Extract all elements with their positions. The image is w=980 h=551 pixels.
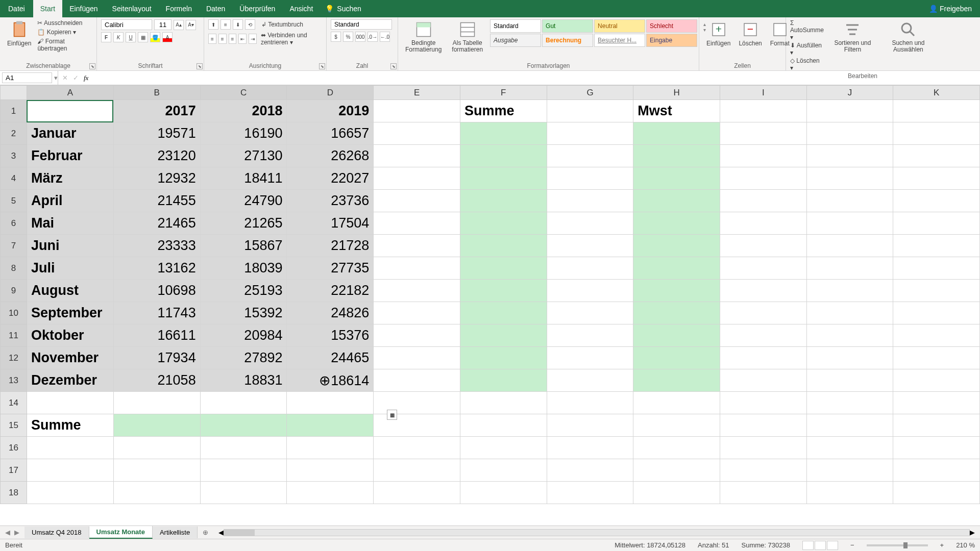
col-header-B[interactable]: B — [113, 86, 200, 100]
cell-H11[interactable] — [633, 324, 720, 347]
cell-K5[interactable] — [893, 190, 980, 212]
cell-G18[interactable] — [547, 482, 633, 504]
cell-H18[interactable] — [633, 482, 720, 504]
zoom-level[interactable]: 210 % — [956, 541, 975, 549]
find-select-button[interactable]: Suchen und Auswählen — [881, 19, 935, 71]
wrap-text-button[interactable]: ↲ Textumbruch — [261, 21, 303, 28]
zoom-in-icon[interactable]: + — [940, 541, 944, 549]
align-bottom-icon[interactable]: ⬇ — [233, 19, 243, 30]
cell-B11[interactable]: 16611 — [113, 324, 200, 347]
cell-H12[interactable] — [633, 347, 720, 369]
cell-G13[interactable] — [547, 369, 633, 392]
sheet-tab-0[interactable]: Umsatz Q4 2018 — [24, 527, 89, 538]
cell-F7[interactable] — [460, 235, 547, 257]
col-header-E[interactable]: E — [374, 86, 460, 100]
cell-C5[interactable]: 24790 — [200, 190, 287, 212]
cell-J14[interactable] — [806, 392, 893, 414]
cell-C18[interactable] — [200, 482, 287, 504]
cell-H4[interactable] — [633, 167, 720, 190]
cell-H8[interactable] — [633, 257, 720, 280]
cell-E6[interactable] — [374, 212, 460, 235]
cell-D4[interactable]: 22027 — [287, 167, 374, 190]
cell-H1[interactable]: Mwst — [633, 100, 720, 122]
cell-H7[interactable] — [633, 235, 720, 257]
cell-E2[interactable] — [374, 122, 460, 145]
cell-F14[interactable] — [460, 392, 547, 414]
fx-icon[interactable]: fx — [84, 74, 88, 82]
cell-C10[interactable]: 15392 — [200, 302, 287, 324]
col-header-G[interactable]: G — [547, 86, 633, 100]
cell-D17[interactable] — [287, 459, 374, 482]
view-page-break-icon[interactable] — [827, 541, 838, 550]
clipboard-dialog-launcher[interactable]: ⬊ — [89, 63, 95, 69]
format-as-table-button[interactable]: Als Tabelle formatieren — [449, 19, 486, 54]
cell-G5[interactable] — [547, 190, 633, 212]
cell-I9[interactable] — [720, 280, 807, 302]
cell-H14[interactable] — [633, 392, 720, 414]
cell-A7[interactable]: Juni — [27, 235, 113, 257]
cell-J6[interactable] — [806, 212, 893, 235]
align-center-icon[interactable]: ≡ — [218, 34, 227, 44]
cell-D12[interactable]: 24465 — [287, 347, 374, 369]
cell-G11[interactable] — [547, 324, 633, 347]
cell-B7[interactable]: 23333 — [113, 235, 200, 257]
tab-layout[interactable]: Seitenlayout — [105, 0, 159, 17]
cell-B9[interactable]: 10698 — [113, 280, 200, 302]
cell-G17[interactable] — [547, 459, 633, 482]
conditional-formatting-button[interactable]: Bedingte Formatierung — [402, 19, 445, 54]
cell-I16[interactable] — [720, 437, 807, 459]
cell-F17[interactable] — [460, 459, 547, 482]
cell-F13[interactable] — [460, 369, 547, 392]
format-painter-button[interactable]: 🖌 Format übertragen — [37, 38, 92, 52]
copy-button[interactable]: 📋 Kopieren ▾ — [37, 29, 92, 36]
style-gut[interactable]: Gut — [542, 19, 593, 33]
cell-E4[interactable] — [374, 167, 460, 190]
cell-J16[interactable] — [806, 437, 893, 459]
font-color-button[interactable]: A — [162, 32, 173, 42]
align-left-icon[interactable]: ≡ — [208, 34, 216, 44]
cell-I4[interactable] — [720, 167, 807, 190]
insert-cells-button[interactable]: +Einfügen — [703, 19, 733, 48]
cell-B8[interactable]: 13162 — [113, 257, 200, 280]
style-ausgabe[interactable]: Ausgabe — [490, 34, 541, 47]
cell-K16[interactable] — [893, 437, 980, 459]
name-box[interactable] — [2, 72, 52, 83]
row-header-14[interactable]: 14 — [1, 392, 27, 414]
decrease-font-icon[interactable]: A▾ — [186, 20, 196, 30]
cell-J15[interactable] — [806, 414, 893, 437]
cut-button[interactable]: ✂ Ausschneiden — [37, 19, 92, 27]
cell-D1[interactable]: 2019 — [287, 100, 374, 122]
row-header-7[interactable]: 7 — [1, 235, 27, 257]
row-header-16[interactable]: 16 — [1, 437, 27, 459]
dec-decimal-icon[interactable]: ←.0 — [380, 32, 390, 42]
tab-view[interactable]: Ansicht — [282, 0, 320, 17]
tell-me-search[interactable]: 💡 Suchen — [325, 5, 361, 13]
cell-I2[interactable] — [720, 122, 807, 145]
cell-I15[interactable] — [720, 414, 807, 437]
cell-B14[interactable] — [113, 392, 200, 414]
cell-F5[interactable] — [460, 190, 547, 212]
cell-D9[interactable]: 22182 — [287, 280, 374, 302]
cell-B16[interactable] — [113, 437, 200, 459]
cell-J10[interactable] — [806, 302, 893, 324]
cell-H10[interactable] — [633, 302, 720, 324]
cell-I11[interactable] — [720, 324, 807, 347]
cell-F9[interactable] — [460, 280, 547, 302]
cell-B4[interactable]: 12932 — [113, 167, 200, 190]
cell-K15[interactable] — [893, 414, 980, 437]
cell-A2[interactable]: Januar — [27, 122, 113, 145]
cell-A8[interactable]: Juli — [27, 257, 113, 280]
row-header-10[interactable]: 10 — [1, 302, 27, 324]
cancel-formula-icon[interactable]: ✕ — [62, 74, 68, 82]
cell-H13[interactable] — [633, 369, 720, 392]
cell-I18[interactable] — [720, 482, 807, 504]
cell-G6[interactable] — [547, 212, 633, 235]
cell-A1[interactable] — [27, 100, 113, 122]
fill-color-button[interactable]: 🪣 — [150, 32, 160, 42]
cell-A5[interactable]: April — [27, 190, 113, 212]
cell-J4[interactable] — [806, 167, 893, 190]
sheet-tab-2[interactable]: Artikelliste — [153, 527, 198, 538]
paste-button[interactable]: Einfügen — [4, 19, 34, 52]
cell-K17[interactable] — [893, 459, 980, 482]
zoom-out-icon[interactable]: − — [850, 541, 854, 549]
